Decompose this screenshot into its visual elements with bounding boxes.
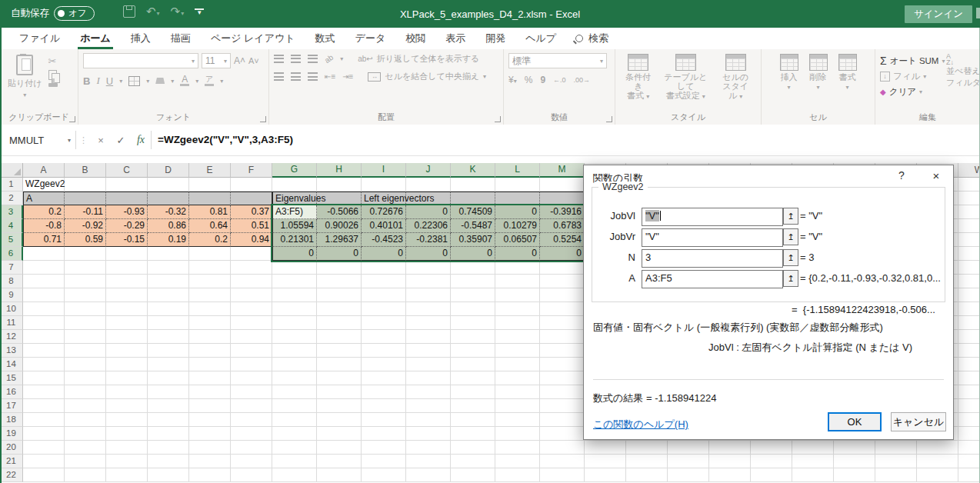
cell-L19[interactable] [495, 427, 540, 441]
cell-C2[interactable] [106, 192, 148, 205]
cell-B16[interactable] [65, 385, 106, 399]
format-painter-icon[interactable] [48, 83, 58, 87]
name-box[interactable]: MMULT▾ [2, 131, 76, 149]
cell-J14[interactable] [406, 358, 451, 371]
function-help-link[interactable]: この関数のヘルプ(H) [593, 418, 688, 431]
font-launcher-icon[interactable] [260, 116, 266, 122]
cell-C14[interactable] [106, 358, 148, 371]
cell-F22[interactable] [231, 468, 272, 482]
cell-A19[interactable] [23, 427, 65, 441]
decrease-decimal-icon[interactable]: .00→ [574, 76, 591, 84]
row-header-15[interactable]: 15 [0, 371, 23, 385]
cell-W20[interactable] [958, 441, 980, 455]
cell-I21[interactable] [362, 455, 406, 468]
cell-styles-button[interactable]: セルのスタイル ▾ [715, 53, 756, 102]
cell-G9[interactable] [272, 288, 317, 302]
cell-M9[interactable] [540, 288, 585, 302]
cell-I8[interactable] [362, 275, 406, 288]
cell-K13[interactable] [451, 344, 495, 358]
cell-C18[interactable] [106, 413, 148, 427]
cell-Q21[interactable] [709, 455, 751, 468]
enter-entry-button[interactable]: ✓ [111, 135, 131, 146]
cell-E15[interactable] [189, 371, 231, 385]
cell-C6[interactable] [106, 247, 148, 261]
cell-D1[interactable] [148, 178, 189, 192]
cell-H13[interactable] [317, 344, 362, 358]
tab-数式[interactable]: 数式 [305, 28, 345, 49]
cell-V21[interactable] [917, 455, 958, 468]
cell-M16[interactable] [540, 385, 585, 399]
cell-E6[interactable] [189, 247, 231, 261]
cell-H21[interactable] [317, 455, 362, 468]
cell-K7[interactable] [451, 261, 495, 275]
cell-C5[interactable]: -0.15 [106, 233, 148, 247]
cell-L2[interactable] [495, 192, 540, 205]
row-header-1[interactable]: 1 [0, 178, 23, 192]
cell-G6[interactable]: 0 [272, 247, 317, 261]
cell-G1[interactable] [272, 178, 317, 192]
cell-K5[interactable]: 0.35907 [451, 233, 495, 247]
cell-J1[interactable] [406, 178, 451, 192]
column-header-I[interactable]: I [362, 163, 406, 178]
cut-icon[interactable]: ✂ [48, 55, 58, 67]
cell-E17[interactable] [189, 399, 231, 413]
cell-A21[interactable] [23, 455, 65, 468]
cell-W13[interactable] [958, 344, 980, 358]
cell-A4[interactable]: -0.8 [23, 219, 65, 233]
cancel-button[interactable]: キャンセル [891, 412, 946, 431]
cell-M1[interactable] [540, 178, 585, 192]
cell-F4[interactable]: 0.51 [231, 219, 272, 233]
cell-E3[interactable]: 0.81 [189, 205, 231, 219]
cell-D4[interactable]: 0.86 [148, 219, 189, 233]
cell-K18[interactable] [451, 413, 495, 427]
cell-F20[interactable] [231, 441, 272, 455]
cell-O22[interactable] [626, 468, 668, 482]
bold-button[interactable]: B [83, 75, 90, 87]
cell-M8[interactable] [540, 275, 585, 288]
cell-G15[interactable] [272, 371, 317, 385]
cell-F14[interactable] [231, 358, 272, 371]
cell-O21[interactable] [626, 455, 668, 468]
cell-C1[interactable] [106, 178, 148, 192]
cell-H7[interactable] [317, 261, 362, 275]
cell-W3[interactable] [958, 205, 980, 219]
cell-W4[interactable] [958, 219, 980, 233]
cell-L1[interactable] [495, 178, 540, 192]
cell-F18[interactable] [231, 413, 272, 427]
cell-W18[interactable] [958, 413, 980, 427]
row-header-13[interactable]: 13 [0, 344, 23, 358]
cell-E22[interactable] [189, 468, 231, 482]
cell-W2[interactable] [958, 192, 980, 205]
cell-G12[interactable] [272, 330, 317, 344]
row-header-19[interactable]: 19 [0, 427, 23, 441]
cell-I15[interactable] [362, 371, 406, 385]
argument-input-JobVr[interactable]: "V" [642, 228, 783, 247]
name-box-dropdown-icon[interactable]: ▾ [68, 137, 71, 144]
cell-R20[interactable] [751, 441, 792, 455]
row-header-5[interactable]: 5 [0, 233, 23, 247]
column-header-J[interactable]: J [406, 163, 451, 178]
cell-J17[interactable] [406, 399, 451, 413]
cell-K6[interactable]: 0 [451, 247, 495, 261]
cell-N20[interactable] [585, 441, 626, 455]
cell-G13[interactable] [272, 344, 317, 358]
cell-H5[interactable]: 1.29637 [317, 233, 362, 247]
cell-L3[interactable]: 0 [495, 205, 540, 219]
collapse-dialog-icon[interactable]: ↥ [783, 228, 798, 245]
cell-A2[interactable]: A [23, 192, 65, 205]
cell-B14[interactable] [65, 358, 106, 371]
cell-L13[interactable] [495, 344, 540, 358]
autosave-pill[interactable]: オフ [54, 6, 95, 21]
cell-W1[interactable] [958, 178, 980, 192]
cell-Q20[interactable] [709, 441, 751, 455]
cell-M22[interactable] [540, 468, 585, 482]
cell-T20[interactable] [834, 441, 875, 455]
cell-J4[interactable]: 0.22306 [406, 219, 451, 233]
cell-C7[interactable] [106, 261, 148, 275]
tab-ホーム[interactable]: ホーム [70, 28, 121, 49]
cell-R21[interactable] [751, 455, 792, 468]
borders-icon[interactable] [128, 76, 140, 86]
cell-K20[interactable] [451, 441, 495, 455]
cell-L21[interactable] [495, 455, 540, 468]
cell-H1[interactable] [317, 178, 362, 192]
